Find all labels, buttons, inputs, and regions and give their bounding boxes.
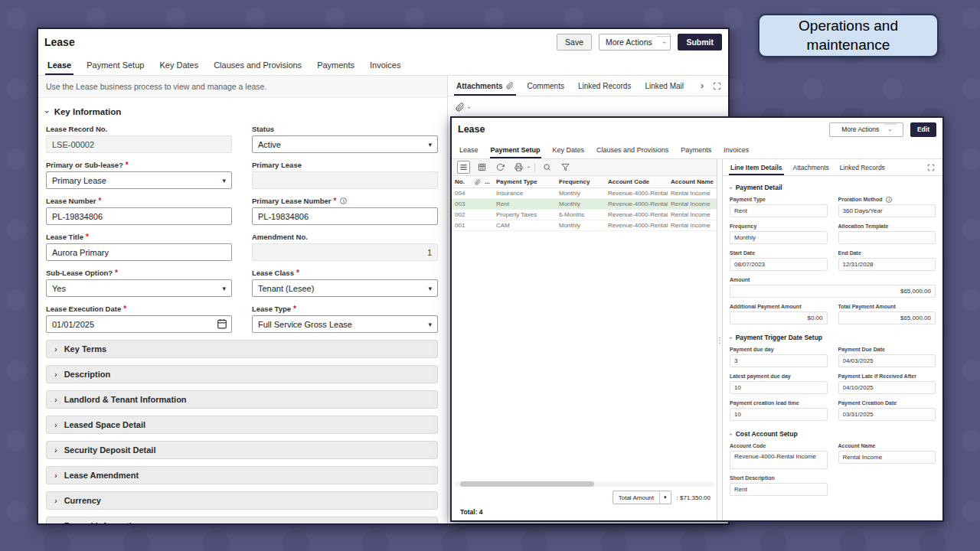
payment-due-day-input[interactable]	[730, 354, 828, 367]
side-tab-linked-records[interactable]: Linked Records	[571, 76, 638, 96]
payment-due-date-input[interactable]	[838, 354, 936, 367]
section-landlord-tenant[interactable]: › Landlord & Tenant Information	[46, 390, 438, 409]
tab-clauses-and-provisions[interactable]: Clauses and Provisions	[206, 55, 309, 75]
amount-input[interactable]	[730, 285, 936, 298]
detail-tab-line-item-details[interactable]: Line Item Details	[725, 159, 788, 175]
lease-execution-date-input[interactable]	[46, 315, 232, 333]
key-information-section-header[interactable]: › Key Information	[46, 107, 438, 116]
allocation-template-input[interactable]	[838, 231, 936, 244]
payment-detail-section-header[interactable]: › Payment Detail	[730, 184, 936, 191]
end-date-input[interactable]	[838, 258, 936, 271]
side-tab-comments[interactable]: Comments	[521, 76, 571, 96]
payment-creation-lead-time-input[interactable]	[730, 408, 828, 421]
horizontal-scrollbar[interactable]	[454, 481, 714, 487]
tab-key-dates[interactable]: Key Dates	[547, 141, 591, 158]
filter-icon[interactable]	[559, 161, 572, 174]
chevron-down-icon[interactable]: ›	[657, 36, 672, 48]
sub-lease-option-select[interactable]: Yes ▾	[46, 279, 232, 297]
cost-account-section-header[interactable]: › Cost Account Setup	[730, 430, 936, 438]
pane-resize-handle[interactable]: ⋮	[717, 159, 722, 520]
chevron-down-icon[interactable]: ›	[526, 166, 531, 168]
payment-type-input[interactable]	[730, 204, 828, 217]
lease-type-select[interactable]: Full Service Gross Lease ▾	[252, 315, 438, 333]
refresh-icon[interactable]	[494, 161, 507, 174]
primary-or-sublease-select[interactable]: Primary Lease ▾	[46, 171, 232, 189]
section-record-information[interactable]: › Record Information	[46, 517, 438, 523]
section-leased-space-detail[interactable]: › Leased Space Detail	[46, 416, 438, 434]
account-code-value[interactable]: Revenue-4000-Rental Income	[730, 451, 828, 469]
tab-payments[interactable]: Payments	[309, 55, 362, 75]
start-date-input[interactable]	[730, 258, 828, 271]
lease-class-select[interactable]: Tenant (Lesee) ▾	[252, 279, 438, 297]
col-account-code[interactable]: Account Code	[605, 176, 668, 188]
col-account-name[interactable]: Account Name	[668, 176, 717, 188]
section-key-terms[interactable]: › Key Terms	[46, 340, 438, 358]
calendar-icon[interactable]	[217, 318, 227, 329]
side-tab-audit[interactable]: Audit	[691, 76, 697, 96]
chevron-right-icon: ›	[54, 395, 57, 404]
print-icon[interactable]	[512, 161, 525, 174]
table-row[interactable]: 001 CAM Monthly Revenue-4000-Rental I...…	[452, 220, 717, 231]
payment-creation-date-input[interactable]	[838, 408, 936, 421]
expand-icon[interactable]	[707, 76, 727, 96]
payment-trigger-section-header[interactable]: › Payment Trigger Date Setup	[730, 334, 936, 341]
detail-tab-linked-records[interactable]: Linked Records	[835, 159, 890, 175]
side-tab-attachments[interactable]: Attachments	[449, 76, 521, 96]
tab-payment-setup[interactable]: Payment Setup	[485, 141, 547, 158]
latest-payment-due-day-input[interactable]	[730, 381, 828, 394]
frequency-input[interactable]	[730, 231, 828, 244]
table-row[interactable]: 002 Property Taxes 6-Months Revenue-4000…	[452, 210, 717, 220]
col-row-menu[interactable]: ...	[482, 176, 493, 188]
cell-account-name: Rental Income	[668, 188, 717, 199]
short-description-input[interactable]	[730, 483, 828, 496]
chevron-down-icon[interactable]: ›	[884, 123, 897, 135]
lease-number-input[interactable]	[46, 207, 232, 225]
more-actions-button[interactable]: More Actions ›	[599, 34, 671, 51]
info-icon[interactable]: i	[340, 197, 347, 204]
search-icon[interactable]	[541, 161, 554, 174]
tab-key-dates[interactable]: Key Dates	[152, 55, 206, 75]
tab-lease[interactable]: Lease	[40, 55, 79, 75]
additional-payment-amount-input[interactable]	[730, 311, 828, 324]
edit-button[interactable]: Edit	[910, 122, 936, 137]
lease-title-input[interactable]	[46, 243, 232, 261]
detail-tab-attachments[interactable]: Attachments	[788, 159, 835, 175]
payment-late-after-input[interactable]	[838, 381, 936, 394]
tab-payments[interactable]: Payments	[675, 141, 717, 158]
list-view-icon[interactable]	[457, 161, 470, 174]
label-text: Account Name	[838, 443, 876, 448]
field-payment-due-date: Payment Due Date	[838, 346, 936, 367]
tab-payment-setup[interactable]: Payment Setup	[79, 55, 152, 75]
info-icon[interactable]: i	[886, 197, 892, 203]
section-label: Security Deposit Detail	[64, 445, 156, 455]
total-payment-amount-input[interactable]	[838, 311, 936, 324]
side-tab-linked-mail[interactable]: Linked Mail	[638, 76, 691, 96]
save-button[interactable]: Save	[557, 34, 592, 51]
tab-invoices[interactable]: Invoices	[717, 141, 755, 158]
submit-button[interactable]: Submit	[678, 34, 722, 51]
account-name-input[interactable]	[838, 451, 936, 464]
col-payment-type[interactable]: Payment Type	[493, 176, 556, 188]
tab-invoices[interactable]: Invoices	[362, 55, 408, 75]
primary-lease-number-input[interactable]	[252, 207, 438, 225]
expand-icon[interactable]	[922, 159, 940, 175]
tabs-overflow-chevron-icon[interactable]: ›	[697, 76, 707, 96]
section-security-deposit-detail[interactable]: › Security Deposit Detail	[46, 441, 438, 459]
tab-clauses-and-provisions[interactable]: Clauses and Provisions	[590, 141, 675, 158]
more-actions-button[interactable]: More Actions ›	[829, 122, 903, 137]
section-currency[interactable]: › Currency	[46, 491, 438, 510]
scrollbar-thumb[interactable]	[460, 481, 594, 487]
section-description[interactable]: › Description	[46, 365, 438, 383]
tab-lease[interactable]: Lease	[453, 141, 485, 158]
col-attachment[interactable]	[472, 176, 482, 188]
proration-method-input[interactable]	[838, 204, 936, 217]
table-view-icon[interactable]	[475, 161, 488, 174]
attach-file-button[interactable]: ›	[456, 103, 470, 112]
col-frequency[interactable]: Frequency	[556, 176, 605, 188]
summary-metric-select[interactable]: Total Amount ▾	[612, 491, 671, 504]
section-lease-amendment[interactable]: › Lease Amendment	[46, 466, 438, 484]
table-row-selected[interactable]: 003 Rent Monthly Revenue-4000-Rental I..…	[452, 199, 717, 210]
status-select[interactable]: Active ▾	[252, 135, 438, 153]
table-row[interactable]: 004 Insurance Monthly Revenue-4000-Renta…	[452, 188, 717, 199]
col-no[interactable]: No.	[452, 176, 472, 188]
